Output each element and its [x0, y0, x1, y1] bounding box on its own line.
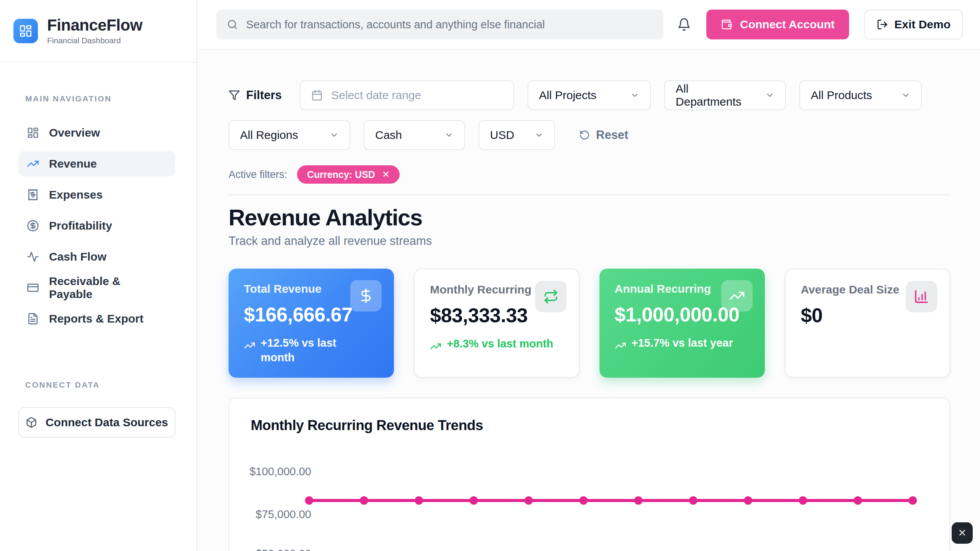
connect-data-sources-label: Connect Data Sources [46, 416, 168, 429]
trending-up-icon [27, 158, 39, 170]
page-subtitle: Track and analyze all revenue streams [229, 234, 950, 248]
dashboard-grid-icon [19, 24, 33, 38]
metric-card-monthly-recurring: Monthly Recurring $83,333.33 +8.3% vs la… [414, 269, 579, 378]
calendar-icon [311, 90, 323, 101]
metric-cards: Total Revenue $166,666.67 +12.5% vs last… [229, 269, 950, 378]
regions-select[interactable]: All Regions [229, 120, 350, 150]
repeat-icon [535, 281, 567, 312]
metric-card-total-revenue: Total Revenue $166,666.67 +12.5% vs last… [229, 269, 394, 378]
exit-demo-label: Exit Demo [894, 18, 951, 31]
sidebar-item-cash-flow[interactable]: Cash Flow [18, 244, 175, 269]
section-divider [229, 194, 950, 195]
close-icon[interactable]: ✕ [382, 170, 390, 179]
exit-demo-button[interactable]: Exit Demo [864, 10, 963, 39]
topbar: Connect Account Exit Demo [197, 0, 980, 50]
dollar-circle-icon [27, 220, 39, 232]
products-select[interactable]: All Products [799, 80, 922, 110]
sidebar-item-label: Reports & Export [49, 312, 144, 325]
connect-data-sources-button[interactable]: Connect Data Sources [18, 407, 175, 438]
filter-funnel-icon [229, 90, 240, 101]
sidebar-item-receivable-payable[interactable]: Receivable & Payable [18, 275, 175, 300]
chevron-down-icon [630, 91, 639, 100]
nav-section-label: MAIN NAVIGATION [25, 94, 175, 103]
date-range-placeholder: Select date range [331, 89, 421, 102]
main-content: Filters Select date range All Projects A… [197, 50, 980, 551]
brand-subtitle: Financial Dashboard [47, 36, 142, 45]
sidebar-item-expenses[interactable]: Expenses [18, 182, 175, 207]
chevron-down-icon [444, 130, 454, 140]
sidebar-item-revenue[interactable]: Revenue [18, 151, 175, 176]
trending-up-icon [615, 340, 626, 351]
trending-up-icon [721, 280, 753, 311]
dashboard-grid-icon [27, 127, 39, 139]
active-filters-label: Active filters: [229, 169, 287, 181]
page-title: Revenue Analytics [229, 205, 950, 230]
chevron-down-icon [765, 91, 774, 100]
connect-account-button[interactable]: Connect Account [706, 10, 849, 39]
app-logo [13, 19, 38, 43]
search-input[interactable] [246, 18, 653, 31]
credit-card-icon [27, 282, 39, 294]
sidebar-item-reports-export[interactable]: Reports & Export [18, 306, 175, 331]
chevron-down-icon [330, 130, 339, 140]
sidebar-item-label: Overview [49, 126, 100, 139]
currency-select[interactable]: USD [479, 120, 555, 150]
sidebar-item-label: Revenue [49, 157, 97, 170]
wallet-icon [721, 19, 732, 30]
sidebar-item-label: Receivable & Payable [49, 275, 167, 301]
bell-icon[interactable] [677, 18, 691, 31]
accounting-basis-select[interactable]: Cash [364, 120, 465, 150]
sidebar-item-label: Expenses [49, 188, 103, 201]
departments-select[interactable]: All Departments [664, 80, 786, 110]
metric-card-annual-recurring: Annual Recurring $1,000,000.00 +15.7% vs… [599, 269, 765, 378]
currency-filter-chip[interactable]: Currency: USD ✕ [297, 165, 400, 184]
file-text-icon [27, 313, 39, 325]
projects-select[interactable]: All Projects [528, 80, 651, 110]
chevron-down-icon [901, 91, 910, 100]
sidebar-item-overview[interactable]: Overview [18, 120, 175, 145]
sidebar: FinanceFlow Financial Dashboard MAIN NAV… [0, 0, 197, 551]
search-bar [216, 10, 663, 39]
brand-header: FinanceFlow Financial Dashboard [0, 0, 196, 63]
sidebar-item-label: Profitability [49, 219, 112, 232]
sidebar-item-label: Cash Flow [49, 250, 106, 263]
sidebar-item-profitability[interactable]: Profitability [18, 213, 175, 238]
dollar-icon [350, 280, 382, 311]
reset-filters-button[interactable]: Reset [579, 128, 628, 142]
search-icon [227, 19, 238, 30]
date-range-input[interactable]: Select date range [300, 80, 514, 110]
connect-section-label: CONNECT DATA [25, 380, 175, 390]
reset-icon [579, 130, 590, 140]
bar-chart-icon [906, 281, 937, 312]
cube-icon [26, 417, 37, 428]
trending-up-icon [244, 340, 255, 351]
overlay-close-button[interactable]: ✕ [952, 522, 973, 544]
metric-delta: +12.5% vs last month [244, 336, 379, 365]
brand-text: FinanceFlow Financial Dashboard [47, 17, 142, 45]
mrr-line-chart [229, 398, 949, 551]
chevron-down-icon [534, 130, 544, 140]
filters-label: Filters [229, 88, 282, 102]
mrr-trends-chart-card: Monthly Recurring Revenue Trends $100,00… [229, 398, 950, 551]
activity-icon [27, 251, 39, 263]
brand-name: FinanceFlow [47, 17, 142, 34]
metric-delta: +15.7% vs last year [615, 336, 750, 351]
connect-account-label: Connect Account [740, 18, 835, 31]
logout-icon [877, 19, 888, 30]
metric-card-average-deal-size: Average Deal Size $0 [785, 269, 950, 378]
receipt-icon [27, 189, 39, 201]
trending-up-icon [430, 341, 441, 352]
metric-delta: +8.3% vs last month [430, 337, 563, 352]
